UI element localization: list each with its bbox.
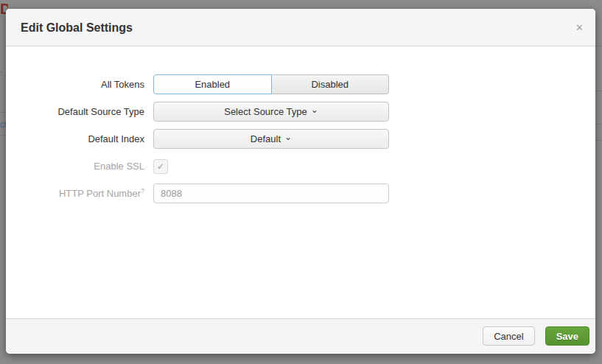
background-text-fragment: : . xyxy=(0,69,6,77)
http-port-input[interactable] xyxy=(153,183,389,203)
form-row-all-tokens: All Tokens Enabled Disabled xyxy=(6,74,595,94)
default-source-type-label: Default Source Type xyxy=(6,102,144,122)
modal-header: Edit Global Settings ✕ xyxy=(6,9,595,46)
all-tokens-disabled-button[interactable]: Disabled xyxy=(272,74,390,94)
modal-title: Edit Global Settings xyxy=(21,9,133,46)
close-icon[interactable]: ✕ xyxy=(575,9,584,46)
check-icon: ✓ xyxy=(157,161,164,172)
default-source-type-value: Select Source Type xyxy=(224,106,307,117)
background-row-divider xyxy=(0,112,6,113)
http-port-label: HTTP Port Number? xyxy=(6,183,144,203)
all-tokens-label: All Tokens xyxy=(6,74,144,94)
save-button[interactable]: Save xyxy=(545,326,589,346)
enable-ssl-checkbox[interactable]: ✓ xyxy=(153,159,168,174)
default-index-dropdown[interactable]: Default ⌄ xyxy=(153,129,389,149)
edit-global-settings-modal: Edit Global Settings ✕ All Tokens Enable… xyxy=(6,9,595,354)
background-row-divider xyxy=(595,91,602,91)
background-row-divider xyxy=(595,140,602,141)
form-row-default-source-type: Default Source Type Select Source Type ⌄ xyxy=(6,102,595,122)
chevron-down-icon: ⌄ xyxy=(284,132,292,142)
background-row-divider xyxy=(595,124,602,125)
form-row-enable-ssl: Enable SSL ✓ xyxy=(6,156,595,176)
all-tokens-enabled-button[interactable]: Enabled xyxy=(153,74,272,94)
default-index-label: Default Index xyxy=(6,129,144,149)
form-row-default-index: Default Index Default ⌄ xyxy=(6,129,595,149)
background-row-divider xyxy=(595,46,602,46)
default-source-type-dropdown[interactable]: Select Source Type ⌄ xyxy=(153,102,389,122)
background-row-divider xyxy=(0,135,6,136)
form-row-http-port: HTTP Port Number? xyxy=(6,183,595,203)
cancel-button[interactable]: Cancel xyxy=(483,326,534,346)
help-tooltip-icon[interactable]: ? xyxy=(141,187,144,195)
chevron-down-icon: ⌄ xyxy=(311,105,318,115)
enable-ssl-label: Enable SSL xyxy=(6,156,144,176)
all-tokens-toggle: Enabled Disabled xyxy=(153,74,389,94)
modal-body: All Tokens Enabled Disabled Default Sour… xyxy=(6,46,595,318)
default-index-value: Default xyxy=(251,133,281,144)
modal-footer: Cancel Save xyxy=(6,318,595,353)
